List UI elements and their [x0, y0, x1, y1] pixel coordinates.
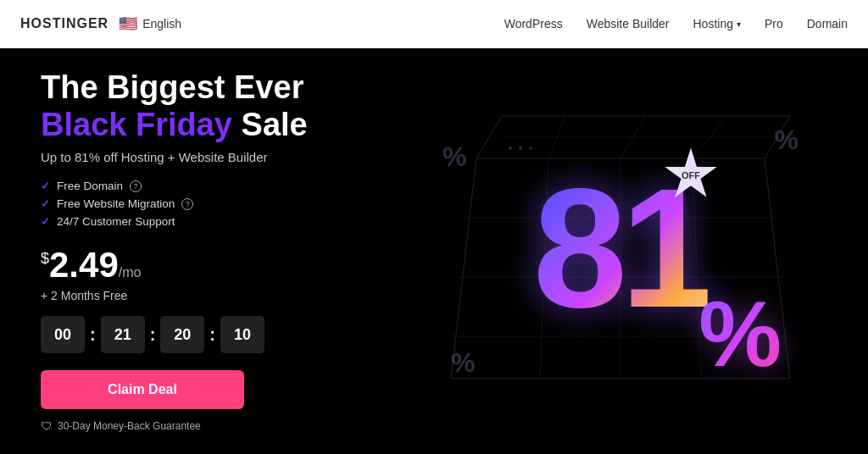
navbar-left: HOSTINGER 🇺🇸 English: [20, 14, 181, 33]
shield-icon: 🛡: [41, 419, 53, 433]
nav-website-builder[interactable]: Website Builder: [587, 17, 670, 30]
info-icon-migration[interactable]: ?: [181, 198, 193, 210]
check-icon: ✓: [41, 197, 50, 210]
countdown-hours: 00: [41, 316, 85, 353]
hero-content: The Biggest Ever Black Friday Sale Up to…: [41, 69, 414, 433]
svg-point-19: [529, 147, 532, 150]
countdown-sep: :: [90, 325, 96, 345]
claim-deal-button[interactable]: Claim Deal: [41, 370, 244, 409]
language-label: English: [142, 17, 181, 30]
nav-hosting[interactable]: Hosting▾: [693, 17, 740, 30]
flag-icon: 🇺🇸: [119, 14, 137, 33]
nav-domain[interactable]: Domain: [807, 17, 848, 30]
hero-graphic: % % % 81 OFF %: [414, 48, 827, 454]
countdown-timer: 00 : 21 : 20 : 10: [41, 316, 414, 353]
language-selector[interactable]: 🇺🇸 English: [119, 14, 181, 33]
svg-point-17: [509, 147, 512, 150]
deco-percent-tl: %: [442, 141, 466, 173]
navbar: HOSTINGER 🇺🇸 English WordPress Website B…: [0, 0, 868, 48]
feature-support: ✓ 24/7 Customer Support: [41, 215, 414, 228]
grid-box: % % % 81 OFF %: [426, 91, 815, 412]
deco-percent-bl: %: [451, 347, 475, 379]
countdown-sep: :: [209, 325, 215, 345]
hero-section: The Biggest Ever Black Friday Sale Up to…: [0, 48, 868, 454]
feature-free-domain: ✓ Free Domain ?: [41, 180, 414, 192]
svg-line-2: [451, 158, 476, 379]
countdown-minutes: 21: [101, 316, 145, 353]
percent-sign: %: [698, 280, 782, 387]
guarantee-text: 🛡 30-Day Money-Back Guarantee: [41, 419, 414, 433]
price-dollar: $: [41, 250, 49, 268]
nav-wordpress[interactable]: WordPress: [504, 17, 563, 30]
price-amount: 2.49: [49, 245, 119, 285]
countdown-ms: 10: [220, 316, 264, 353]
black-friday-text: Black Friday: [41, 107, 232, 142]
free-months: + 2 Months Free: [41, 289, 414, 302]
chevron-down-icon: ▾: [737, 19, 741, 29]
nav-pro[interactable]: Pro: [765, 17, 783, 30]
feature-free-migration: ✓ Free Website Migration ?: [41, 197, 414, 210]
info-icon-domain[interactable]: ?: [130, 180, 142, 192]
price-unit: /mo: [119, 265, 142, 280]
price-row: $2.49/mo: [41, 245, 414, 285]
countdown-sep: :: [150, 325, 156, 345]
deco-percent-tr: %: [775, 125, 798, 156]
features-list: ✓ Free Domain ? ✓ Free Website Migration…: [41, 180, 414, 228]
hero-subtitle: Up to 81% off Hosting + Website Builder: [41, 150, 414, 164]
countdown-seconds: 20: [160, 316, 204, 353]
check-icon: ✓: [41, 215, 50, 228]
check-icon: ✓: [41, 180, 50, 192]
logo: HOSTINGER: [20, 16, 108, 31]
svg-line-4: [476, 116, 502, 158]
hero-title: The Biggest Ever Black Friday Sale: [41, 69, 414, 143]
navbar-right: WordPress Website Builder Hosting▾ Pro D…: [504, 17, 848, 30]
svg-point-18: [519, 147, 522, 150]
